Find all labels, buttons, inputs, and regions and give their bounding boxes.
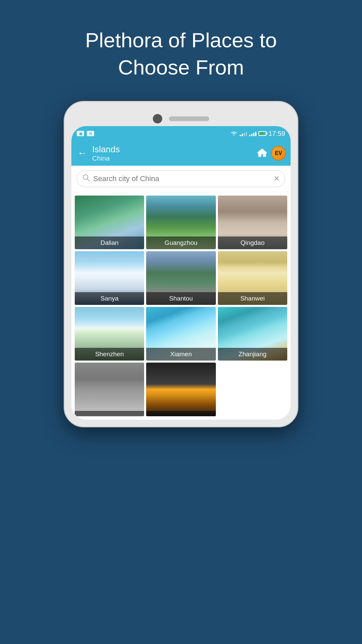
city-label: Zhanjiang: [218, 348, 287, 361]
city-card[interactable]: Shantou: [146, 251, 216, 305]
city-image: [146, 363, 216, 416]
n-icon: N: [87, 131, 94, 136]
city-label: [75, 411, 144, 416]
city-label: Shanwei: [218, 292, 287, 305]
svg-point-0: [233, 135, 234, 136]
phone-top: [71, 109, 291, 126]
city-label: Shantou: [146, 292, 216, 305]
svg-line-3: [87, 179, 89, 181]
city-label: [146, 411, 216, 416]
city-label: Dalian: [75, 236, 144, 249]
brand-badge[interactable]: EV: [271, 146, 286, 161]
signal-icon: [240, 131, 247, 136]
app-title-sub: China: [92, 155, 256, 162]
city-label: Xiamen: [146, 348, 216, 361]
city-card[interactable]: [75, 363, 144, 416]
app-bar-actions: EV: [256, 146, 286, 161]
search-clear-button[interactable]: ✕: [274, 174, 280, 183]
status-left-icons: ▦ N: [77, 131, 94, 136]
wifi-icon: [230, 131, 238, 136]
search-icon: [82, 174, 90, 183]
battery-icon: [258, 131, 266, 136]
city-label: Sanya: [75, 292, 144, 305]
status-right-area: 17:59: [230, 130, 285, 138]
city-label: Guangzhou: [146, 236, 216, 249]
photo-icon: ▦: [77, 131, 84, 136]
city-card[interactable]: Qingdao: [218, 196, 287, 249]
city-card[interactable]: Zhanjiang: [218, 307, 287, 361]
back-button[interactable]: ←: [76, 147, 88, 160]
speaker-bar: [169, 116, 209, 121]
app-bar: ← Islands China EV: [71, 141, 291, 166]
app-bar-title: Islands China: [92, 144, 256, 162]
city-label: Qingdao: [218, 236, 287, 249]
city-card[interactable]: Guangzhou: [146, 196, 216, 249]
city-card[interactable]: [146, 363, 216, 416]
search-container: ✕: [71, 166, 291, 192]
status-bar: ▦ N: [71, 126, 291, 141]
city-card[interactable]: Xiamen: [146, 307, 216, 361]
app-title-main: Islands: [92, 144, 256, 155]
signal2-icon: [249, 131, 256, 136]
city-label: Shenzhen: [75, 348, 144, 361]
page-title: Plethora of Places to Choose From: [58, 27, 304, 81]
camera-dot: [153, 114, 162, 123]
city-card[interactable]: Shanwei: [218, 251, 287, 305]
city-grid: DalianGuangzhouQingdaoSanyaShantouShanwe…: [71, 192, 291, 420]
search-bar: ✕: [77, 170, 285, 187]
city-image: [75, 363, 144, 416]
home-icon: [256, 147, 268, 157]
city-card[interactable]: Dalian: [75, 196, 144, 249]
svg-marker-1: [257, 149, 267, 157]
city-card[interactable]: Shenzhen: [75, 307, 144, 361]
status-time: 17:59: [268, 130, 285, 138]
home-button[interactable]: [256, 147, 268, 160]
phone-mockup: ▦ N: [64, 101, 298, 427]
search-input[interactable]: [93, 174, 270, 183]
city-card[interactable]: Sanya: [75, 251, 144, 305]
